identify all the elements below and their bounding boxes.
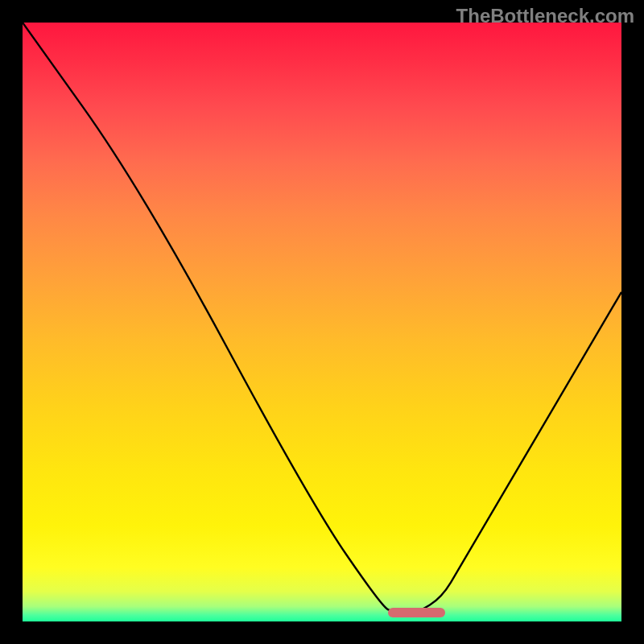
bottleneck-curve xyxy=(23,23,621,621)
watermark-text: TheBottleneck.com xyxy=(456,5,634,27)
optimal-range-marker xyxy=(388,608,445,617)
plot-area xyxy=(23,23,621,621)
